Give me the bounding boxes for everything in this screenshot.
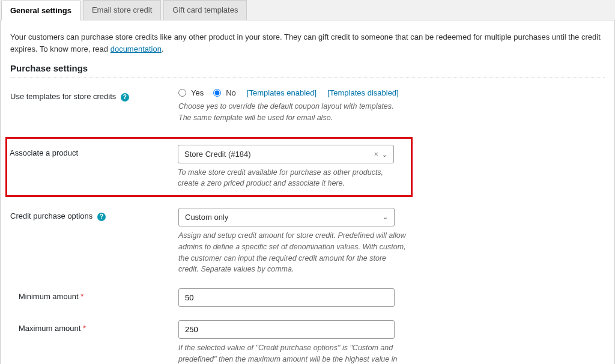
required-indicator: * [83, 324, 86, 333]
label-maximum-amount-text: Maximum amount [19, 324, 80, 333]
highlight-associate-product: Associate a product Store Credit (#184) … [5, 137, 413, 198]
row-maximum-amount: Maximum amount * If the selected value o… [10, 320, 605, 364]
label-purchase-options-text: Credit purchase options [10, 211, 92, 220]
radio-yes[interactable] [178, 89, 186, 97]
clear-icon[interactable]: × [374, 150, 378, 159]
label-associate-product: Associate a product [10, 145, 178, 157]
link-templates-enabled[interactable]: [Templates enabled] [247, 88, 317, 97]
section-title-purchase-settings: Purchase settings [10, 63, 605, 77]
radio-no[interactable] [213, 89, 221, 97]
input-minimum-amount[interactable] [185, 293, 388, 302]
row-minimum-amount: Minimum amount * [10, 288, 605, 307]
desc-purchase-options: Assign and setup credit amount for store… [178, 230, 407, 275]
documentation-link[interactable]: documentation [111, 44, 162, 53]
chevron-down-icon: ⌄ [382, 151, 387, 158]
tabs-bar: General settings Email store credit Gift… [0, 0, 615, 20]
settings-panel: Your customers can purchase store credit… [0, 20, 615, 364]
label-minimum-amount: Minimum amount * [10, 288, 178, 301]
select-associate-product-value: Store Credit (#184) [184, 150, 251, 159]
control-purchase-options: Custom only ⌄ Assign and setup credit am… [178, 208, 407, 275]
control-minimum-amount [178, 288, 407, 307]
desc-use-templates: Choose yes to override the default coupo… [178, 101, 407, 124]
radio-yes-label: Yes [191, 88, 204, 97]
select-purchase-options[interactable]: Custom only ⌄ [178, 208, 395, 226]
row-use-templates: Use templates for store credits ? Yes No… [10, 88, 605, 124]
label-use-templates: Use templates for store credits ? [10, 88, 178, 102]
row-purchase-options: Credit purchase options ? Custom only ⌄ … [10, 208, 605, 275]
required-indicator: * [80, 292, 83, 301]
input-maximum-amount[interactable] [185, 325, 388, 334]
radio-no-label: No [226, 88, 236, 97]
control-maximum-amount: If the selected value of "Credit purchas… [178, 320, 407, 364]
control-associate-product: Store Credit (#184) ×⌄ To make store cre… [178, 145, 406, 190]
tab-email-store-credit[interactable]: Email store credit [83, 0, 161, 20]
tab-gift-card-templates[interactable]: Gift card templates [163, 0, 247, 20]
desc-maximum-amount: If the selected value of "Credit purchas… [178, 342, 407, 364]
radio-group-templates: Yes No [Templates enabled] [Templates di… [178, 88, 407, 97]
select-purchase-options-value: Custom only [185, 213, 228, 222]
label-maximum-amount: Maximum amount * [10, 320, 178, 333]
select-associate-actions: ×⌄ [374, 150, 387, 159]
intro-after: . [162, 44, 164, 53]
link-templates-disabled[interactable]: [Templates disabled] [327, 88, 399, 97]
help-icon[interactable]: ? [97, 213, 106, 221]
intro-text: Your customers can purchase store credit… [10, 31, 605, 55]
desc-associate-product: To make store credit available for purch… [178, 167, 406, 190]
chevron-down-icon: ⌄ [383, 213, 388, 221]
intro-before: Your customers can purchase store credit… [10, 32, 601, 53]
tab-general-settings[interactable]: General settings [1, 1, 80, 20]
label-purchase-options: Credit purchase options ? [10, 208, 178, 221]
control-use-templates: Yes No [Templates enabled] [Templates di… [178, 88, 407, 124]
help-icon[interactable]: ? [121, 93, 129, 102]
select-associate-product[interactable]: Store Credit (#184) ×⌄ [178, 145, 394, 163]
label-minimum-amount-text: Minimum amount [19, 292, 79, 301]
row-associate-product: Associate a product Store Credit (#184) … [10, 145, 408, 190]
label-use-templates-text: Use templates for store credits [10, 92, 116, 101]
